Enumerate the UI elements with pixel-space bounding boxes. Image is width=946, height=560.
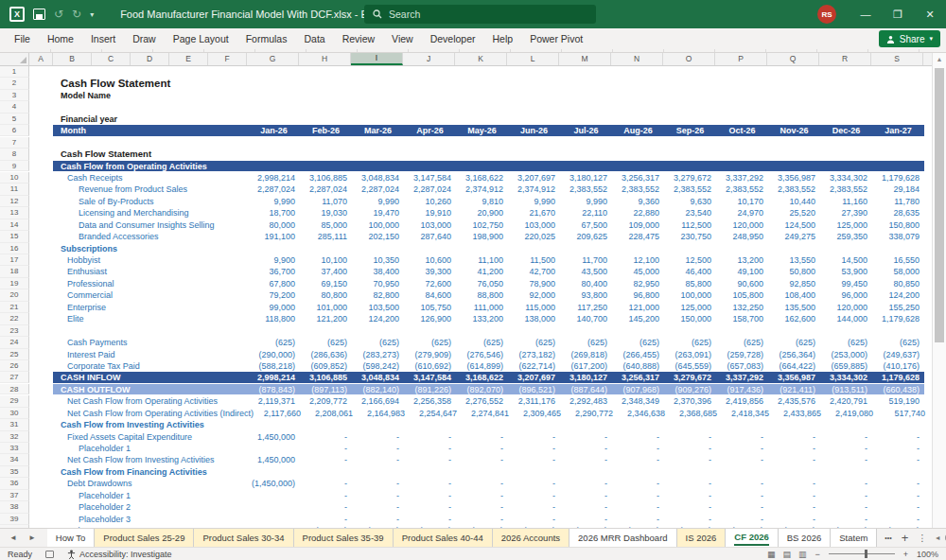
cell[interactable]: 11,100 <box>456 254 508 266</box>
cell[interactable] <box>820 78 872 89</box>
cell[interactable]: 111,000 <box>456 302 508 313</box>
cell[interactable]: 105,750 <box>404 302 456 313</box>
cell[interactable]: 9,990 <box>248 196 300 207</box>
cell[interactable]: 108,400 <box>768 289 820 301</box>
cell[interactable] <box>352 325 404 337</box>
cell[interactable] <box>29 231 53 242</box>
cell[interactable] <box>29 431 53 443</box>
cell[interactable]: - <box>508 443 560 454</box>
cell[interactable] <box>508 419 560 430</box>
cell[interactable]: - <box>560 431 612 443</box>
row-label[interactable] <box>53 66 248 78</box>
column-header-E[interactable]: E <box>169 53 208 65</box>
cell[interactable]: 3,334,302 <box>820 372 872 382</box>
cell[interactable]: (13,316) <box>560 525 612 528</box>
sheet-tab-2026-accounts[interactable]: 2026 Accounts <box>493 529 569 547</box>
cell[interactable] <box>404 149 456 160</box>
cell[interactable]: Dec-26 <box>820 125 872 135</box>
cell[interactable]: (887,644) <box>560 384 612 394</box>
minimize-button[interactable]: — <box>850 0 882 28</box>
sheet-tab-product-sales-35-39[interactable]: Product Sales 35-39 <box>294 529 394 547</box>
cell[interactable]: - <box>300 490 352 501</box>
cell[interactable] <box>456 101 508 113</box>
cell[interactable] <box>300 90 352 101</box>
cell[interactable]: 2,370,396 <box>664 395 716 407</box>
cell[interactable]: 3,337,292 <box>716 372 768 382</box>
cell[interactable]: 11,700 <box>560 254 612 266</box>
cell[interactable]: 2,287,024 <box>352 184 404 195</box>
row-label[interactable]: Branded Accessories <box>53 231 248 242</box>
row-label[interactable]: Enterprise <box>53 302 248 313</box>
cell[interactable]: 228,475 <box>612 231 664 242</box>
cell[interactable] <box>456 466 508 478</box>
cell[interactable] <box>29 466 53 478</box>
cell[interactable]: 198,900 <box>456 231 508 242</box>
row-label[interactable]: Debt Repayments <box>53 525 248 528</box>
row-number[interactable]: 13 <box>0 207 29 219</box>
row-label[interactable]: Net Cash Flow from Investing Activities <box>53 454 248 465</box>
cell[interactable]: - <box>560 478 612 489</box>
cell[interactable]: - <box>508 490 560 501</box>
cell[interactable]: 2,292,483 <box>560 395 612 407</box>
cell[interactable] <box>508 101 560 113</box>
cell[interactable]: 45,000 <box>612 266 664 277</box>
cell[interactable] <box>768 78 820 89</box>
cell[interactable]: 2,383,552 <box>664 184 716 195</box>
row-number[interactable]: 18 <box>0 266 29 277</box>
cell[interactable]: 2,287,024 <box>300 184 352 195</box>
cell[interactable]: 2,368,685 <box>670 408 722 419</box>
cell[interactable]: 11,500 <box>508 254 560 266</box>
close-button[interactable]: ✕ <box>914 0 946 28</box>
cell[interactable]: (13,316) <box>664 525 716 528</box>
cell[interactable]: - <box>300 478 352 489</box>
cell[interactable] <box>404 101 456 113</box>
cell[interactable] <box>768 243 820 254</box>
cell[interactable]: 80,000 <box>248 219 300 231</box>
cell[interactable] <box>29 161 53 171</box>
cell[interactable]: - <box>352 514 404 525</box>
row-number[interactable]: 1 <box>0 66 29 78</box>
row-label[interactable]: Professional <box>53 278 248 289</box>
cell[interactable]: 109,000 <box>612 219 664 231</box>
cell[interactable]: 92,850 <box>768 278 820 289</box>
cell[interactable]: 1,179,628 <box>872 172 924 184</box>
row-number[interactable]: 12 <box>0 196 29 207</box>
cell[interactable] <box>352 66 404 78</box>
cell[interactable] <box>508 466 560 478</box>
cell[interactable]: (588,218) <box>248 360 300 372</box>
cell[interactable] <box>872 161 924 171</box>
cell[interactable]: (276,546) <box>456 349 508 360</box>
cell[interactable]: (625) <box>872 337 924 348</box>
zoom-level[interactable]: 100% <box>917 550 938 559</box>
cell[interactable]: (892,070) <box>456 384 508 394</box>
cell[interactable]: - <box>716 454 768 465</box>
cell[interactable] <box>768 114 820 125</box>
cell[interactable]: - <box>664 431 716 443</box>
cell[interactable]: 10,170 <box>716 196 768 207</box>
new-sheet-button[interactable]: + <box>902 531 909 545</box>
cell[interactable]: - <box>560 443 612 454</box>
cell[interactable] <box>560 161 612 171</box>
row-label[interactable]: Hobbyist <box>53 254 248 266</box>
cell[interactable]: - <box>612 443 664 454</box>
cell[interactable]: (625) <box>612 337 664 348</box>
cell[interactable]: - <box>508 454 560 465</box>
cell[interactable] <box>612 101 664 113</box>
cell[interactable]: 37,400 <box>300 266 352 277</box>
cell[interactable]: (891,226) <box>404 384 456 394</box>
cell[interactable] <box>820 66 872 78</box>
cell[interactable]: - <box>404 490 456 501</box>
cell[interactable] <box>664 466 716 478</box>
cell[interactable]: - <box>300 514 352 525</box>
cell[interactable] <box>29 360 53 372</box>
cell[interactable]: 79,200 <box>248 289 300 301</box>
cell[interactable]: 2,420,791 <box>820 395 872 407</box>
cell[interactable]: 9,360 <box>612 196 664 207</box>
cell[interactable] <box>716 243 768 254</box>
cell[interactable]: 287,640 <box>404 231 456 242</box>
cell[interactable]: 3,207,697 <box>508 372 560 382</box>
cell[interactable]: 2,287,024 <box>404 184 456 195</box>
cell[interactable] <box>404 466 456 478</box>
cell[interactable] <box>664 325 716 337</box>
hscroll-left-icon[interactable]: ◄ <box>935 534 941 541</box>
